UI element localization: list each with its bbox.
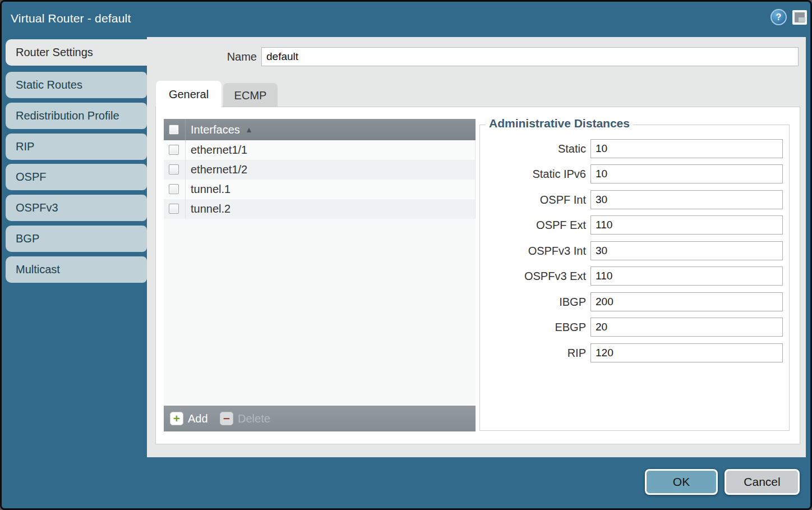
row-column-divider (185, 160, 186, 180)
delete-button[interactable]: − Delete (220, 406, 282, 431)
table-row[interactable]: ethernet1/2 (164, 160, 475, 180)
ospf-ext-input[interactable] (590, 215, 783, 235)
interfaces-rows: ethernet1/1 ethernet1/2 tunnel.1 tunnel.… (164, 140, 476, 219)
sidebar-item-ospf[interactable]: OSPF (6, 164, 147, 190)
delete-button-label: Delete (238, 406, 270, 431)
interfaces-table-header: Interfaces ▲ (164, 119, 476, 140)
static-label: Static (473, 139, 586, 158)
ospfv3-ext-input[interactable] (590, 267, 783, 286)
ospfv3-int-input[interactable] (590, 241, 783, 260)
cancel-button[interactable]: Cancel (725, 469, 800, 495)
sidebar-item-redistribution-profile[interactable]: Redistribution Profile (6, 103, 147, 129)
name-input[interactable] (261, 47, 799, 66)
restore-window-icon-glyph (799, 17, 805, 22)
restore-window-icon-inner (795, 12, 805, 22)
interface-name: ethernet1/1 (191, 140, 247, 160)
ospf-int-label: OSPF Int (473, 190, 586, 209)
row-checkbox[interactable] (169, 204, 179, 214)
add-button-label: Add (188, 406, 208, 431)
dialog-titlebar: Virtual Router - default ? (2, 2, 810, 37)
static-ipv6-input[interactable] (590, 164, 783, 183)
static-input[interactable] (590, 139, 783, 158)
ospf-ext-label: OSPF Ext (473, 215, 586, 235)
plus-icon: + (170, 412, 183, 425)
row-column-divider (185, 140, 186, 160)
ospfv3-ext-label: OSPFv3 Ext (473, 267, 586, 286)
select-all-checkbox[interactable] (169, 125, 179, 135)
rip-input[interactable] (590, 343, 783, 362)
tab-ecmp[interactable]: ECMP (223, 83, 278, 107)
ok-button[interactable]: OK (645, 469, 718, 495)
interface-name: tunnel.2 (191, 199, 230, 219)
header-column-divider (185, 119, 186, 140)
row-checkbox[interactable] (169, 164, 179, 174)
row-checkbox[interactable] (169, 184, 179, 194)
virtual-router-dialog: Virtual Router - default ? Router Settin… (0, 0, 812, 510)
minus-icon: − (220, 412, 233, 425)
dialog-title: Virtual Router - default (11, 2, 131, 35)
help-icon[interactable]: ? (771, 9, 787, 25)
restore-window-icon[interactable] (792, 10, 807, 25)
static-ipv6-label: Static IPv6 (473, 164, 586, 183)
ospfv3-int-label: OSPFv3 Int (473, 241, 586, 260)
name-label: Name (187, 48, 257, 66)
sidebar-item-static-routes[interactable]: Static Routes (6, 72, 147, 98)
ebgp-input[interactable] (590, 318, 783, 337)
sidebar-item-router-settings[interactable]: Router Settings (6, 39, 147, 66)
interface-name: tunnel.1 (191, 180, 230, 199)
rip-label: RIP (473, 343, 586, 362)
table-row[interactable]: tunnel.1 (164, 180, 475, 199)
ebgp-label: EBGP (473, 318, 586, 337)
sort-asc-icon[interactable]: ▲ (245, 119, 253, 140)
add-button[interactable]: + Add (170, 406, 218, 431)
interfaces-column-header[interactable]: Interfaces (191, 119, 240, 140)
row-column-divider (185, 199, 186, 219)
ibgp-label: IBGP (473, 292, 586, 311)
row-column-divider (185, 180, 186, 199)
table-row[interactable]: tunnel.2 (164, 199, 475, 219)
sidebar-item-bgp[interactable]: BGP (6, 226, 147, 252)
sidebar-item-rip[interactable]: RIP (6, 134, 147, 160)
table-row[interactable]: ethernet1/1 (164, 140, 475, 160)
sidebar-item-ospfv3[interactable]: OSPFv3 (6, 195, 147, 221)
row-checkbox[interactable] (169, 145, 179, 155)
interfaces-toolbar: + Add − Delete (164, 406, 476, 431)
admin-distances-legend: Administrative Distances (486, 117, 633, 130)
tab-general[interactable]: General (156, 81, 222, 107)
interfaces-table: Interfaces ▲ ethernet1/1 ethernet1/2 tun… (164, 119, 476, 431)
sidebar-item-multicast[interactable]: Multicast (6, 256, 147, 283)
ibgp-input[interactable] (590, 292, 783, 311)
interface-name: ethernet1/2 (191, 160, 247, 180)
ospf-int-input[interactable] (590, 190, 783, 209)
